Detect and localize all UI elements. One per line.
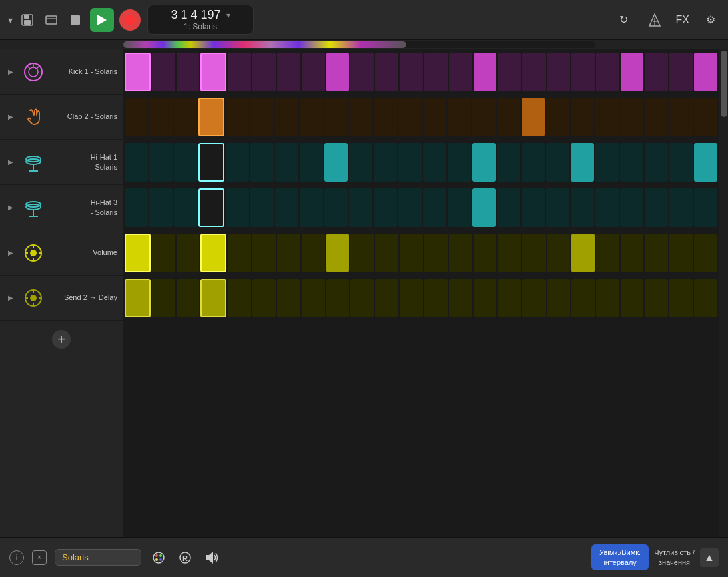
grid-cell[interactable] [669,98,693,136]
grid-cell[interactable] [398,188,422,227]
grid-cell[interactable] [547,53,570,91]
grid-cell[interactable] [228,53,251,91]
grid-cell[interactable] [349,143,372,182]
grid-cell[interactable] [595,188,619,227]
grid-cell[interactable] [125,98,148,136]
grid-cell[interactable] [620,188,643,227]
grid-cell[interactable] [252,279,276,317]
horizontal-scrollbar[interactable] [123,41,595,48]
grid-cell[interactable] [125,279,151,317]
save-icon[interactable] [18,11,37,29]
grid-cell[interactable] [694,234,717,272]
grid-cell[interactable] [596,279,619,317]
grid-cell[interactable] [571,98,594,136]
grid-cell[interactable] [300,143,323,182]
grid-cell[interactable] [374,98,397,136]
grid-cell[interactable] [522,234,546,272]
grid-cell[interactable] [621,279,644,317]
metronome-icon[interactable] [645,11,664,29]
grid-cell[interactable] [522,98,545,136]
grid-cell[interactable] [174,188,197,227]
sensitivity-button[interactable]: Чутливість / значення [654,548,695,567]
grid-cell[interactable] [620,143,643,182]
grid-cell[interactable] [621,234,644,272]
grid-cell[interactable] [498,234,521,272]
grid-cell[interactable] [226,98,249,136]
grid-cell[interactable] [472,188,496,227]
dropdown-arrow-icon[interactable]: ▾ [8,15,13,25]
grid-cell[interactable] [398,143,422,182]
grid-cell[interactable] [546,98,569,136]
grid-cell[interactable] [571,234,595,272]
grid-cell[interactable] [669,234,693,272]
grid-cell[interactable] [522,188,545,227]
grid-cell[interactable] [595,98,619,136]
grid-cell[interactable] [324,188,348,227]
rec-mute-button[interactable]: × [32,550,47,565]
grid-cell[interactable] [448,98,471,136]
grid-cell[interactable] [398,98,422,136]
track-item-hihat3[interactable]: ▶ Hi-Hat 3 - Solaris [0,185,123,230]
grid-cell[interactable] [350,53,374,91]
grid-cell[interactable] [497,188,520,227]
grid-cell[interactable] [645,143,668,182]
grid-cell[interactable] [198,98,224,136]
grid-cell[interactable] [620,98,643,136]
fx-label[interactable]: FX [676,14,689,26]
grid-cell[interactable] [546,143,569,182]
grid-cell[interactable] [250,188,274,227]
grid-cell[interactable] [250,143,274,182]
grid-cell[interactable] [448,188,471,227]
grid-cell[interactable] [449,279,472,317]
grid-cell[interactable] [200,279,226,317]
expand-button[interactable]: ▲ [700,548,719,567]
grid-cell[interactable] [200,53,226,91]
grid-cell[interactable] [226,143,249,182]
grid-cell[interactable] [449,234,472,272]
grid-cell[interactable] [350,234,374,272]
instrument-name-input[interactable] [55,549,141,566]
grid-cell[interactable] [472,98,496,136]
track-play-send[interactable]: ▶ [5,293,16,303]
grid-cell[interactable] [125,143,148,182]
grid-cell[interactable] [275,143,298,182]
grid-cell[interactable] [522,53,546,91]
grid-cell[interactable] [375,279,398,317]
grid-cell[interactable] [200,234,226,272]
track-item-clap[interactable]: ▶ Clap 2 - Solaris [0,95,123,140]
grid-cell[interactable] [275,98,298,136]
grid-cell[interactable] [326,53,350,91]
grid-cell[interactable] [350,279,374,317]
grid-cell[interactable] [424,279,448,317]
grid-cell[interactable] [669,53,693,91]
grid-cell[interactable] [448,143,471,182]
track-play-clap[interactable]: ▶ [5,112,16,122]
grid-cell[interactable] [694,188,717,227]
grid-cell[interactable] [546,188,569,227]
loop-icon[interactable]: ↻ [615,11,633,29]
interval-toggle-button[interactable]: Увімк./Вимк. інтервалу [591,544,649,570]
grid-cell[interactable] [324,98,348,136]
grid-cell[interactable] [250,98,274,136]
volume-output-icon[interactable] [202,548,221,567]
grid-cell[interactable] [349,98,372,136]
grid-cell[interactable] [252,53,276,91]
grid-cell[interactable] [326,279,350,317]
grid-cell[interactable] [174,98,197,136]
grid-cell[interactable] [621,53,644,91]
grid-cell[interactable] [424,234,448,272]
grid-cell[interactable] [423,98,446,136]
grid-cell[interactable] [424,53,448,91]
grid-cell[interactable] [375,53,398,91]
grid-cell[interactable] [198,188,224,227]
grid-cell[interactable] [277,279,300,317]
grid-cell[interactable] [152,279,175,317]
grid-cell[interactable] [349,188,372,227]
grid-cell[interactable] [302,234,325,272]
grid-cell[interactable] [125,53,151,91]
play-button[interactable] [90,8,114,32]
grid-cell[interactable] [522,143,545,182]
grid-cell[interactable] [152,234,175,272]
grid-cell[interactable] [375,234,398,272]
grid-cell[interactable] [177,279,200,317]
